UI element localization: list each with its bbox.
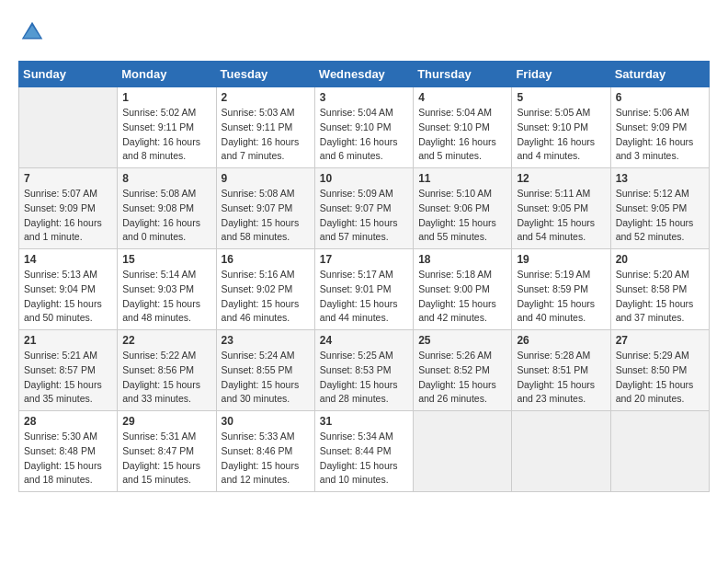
calendar-cell (512, 411, 610, 492)
day-number: 25 (418, 334, 506, 347)
day-number: 19 (517, 253, 605, 266)
calendar-cell: 25Sunrise: 5:26 AM Sunset: 8:52 PM Dayli… (414, 330, 512, 411)
day-number: 11 (418, 172, 506, 185)
calendar-cell: 15Sunrise: 5:14 AM Sunset: 9:03 PM Dayli… (118, 249, 216, 330)
calendar-cell: 28Sunrise: 5:30 AM Sunset: 8:48 PM Dayli… (19, 411, 118, 492)
calendar-cell: 20Sunrise: 5:20 AM Sunset: 8:58 PM Dayli… (610, 249, 709, 330)
calendar-cell: 10Sunrise: 5:09 AM Sunset: 9:07 PM Dayli… (314, 168, 413, 249)
day-info: Sunrise: 5:26 AM Sunset: 8:52 PM Dayligh… (418, 349, 506, 407)
calendar-cell: 22Sunrise: 5:22 AM Sunset: 8:56 PM Dayli… (118, 330, 216, 411)
page-header (18, 18, 710, 46)
day-number: 16 (222, 253, 310, 266)
day-number: 22 (122, 334, 210, 347)
day-number: 5 (517, 91, 605, 104)
weekday-header: Monday (118, 62, 216, 87)
weekday-header: Tuesday (216, 62, 314, 87)
calendar-cell: 7Sunrise: 5:07 AM Sunset: 9:09 PM Daylig… (19, 168, 118, 249)
calendar-cell: 4Sunrise: 5:04 AM Sunset: 9:10 PM Daylig… (414, 87, 512, 168)
calendar-body: 1Sunrise: 5:02 AM Sunset: 9:11 PM Daylig… (19, 87, 710, 492)
logo (18, 18, 50, 46)
weekday-header: Wednesday (314, 62, 413, 87)
day-number: 15 (122, 253, 210, 266)
day-info: Sunrise: 5:18 AM Sunset: 9:00 PM Dayligh… (418, 268, 506, 326)
day-info: Sunrise: 5:20 AM Sunset: 8:58 PM Dayligh… (616, 268, 704, 326)
weekday-header: Friday (512, 62, 610, 87)
day-number: 31 (320, 415, 408, 428)
calendar-cell (610, 411, 709, 492)
calendar-cell: 19Sunrise: 5:19 AM Sunset: 8:59 PM Dayli… (512, 249, 610, 330)
day-info: Sunrise: 5:25 AM Sunset: 8:53 PM Dayligh… (320, 349, 408, 407)
day-number: 4 (418, 91, 506, 104)
day-info: Sunrise: 5:03 AM Sunset: 9:11 PM Dayligh… (222, 106, 310, 164)
calendar-cell: 11Sunrise: 5:10 AM Sunset: 9:06 PM Dayli… (414, 168, 512, 249)
day-info: Sunrise: 5:29 AM Sunset: 8:50 PM Dayligh… (616, 349, 704, 407)
weekday-header: Sunday (19, 62, 118, 87)
day-info: Sunrise: 5:33 AM Sunset: 8:46 PM Dayligh… (222, 430, 310, 488)
calendar-cell: 14Sunrise: 5:13 AM Sunset: 9:04 PM Dayli… (19, 249, 118, 330)
day-info: Sunrise: 5:06 AM Sunset: 9:09 PM Dayligh… (616, 106, 704, 164)
calendar-cell: 1Sunrise: 5:02 AM Sunset: 9:11 PM Daylig… (118, 87, 216, 168)
calendar-cell: 3Sunrise: 5:04 AM Sunset: 9:10 PM Daylig… (314, 87, 413, 168)
day-number: 27 (616, 334, 704, 347)
day-number: 20 (616, 253, 704, 266)
calendar-cell: 27Sunrise: 5:29 AM Sunset: 8:50 PM Dayli… (610, 330, 709, 411)
calendar-cell (19, 87, 118, 168)
day-number: 9 (222, 172, 310, 185)
day-info: Sunrise: 5:24 AM Sunset: 8:55 PM Dayligh… (222, 349, 310, 407)
day-number: 26 (517, 334, 605, 347)
calendar-cell: 6Sunrise: 5:06 AM Sunset: 9:09 PM Daylig… (610, 87, 709, 168)
calendar-cell: 21Sunrise: 5:21 AM Sunset: 8:57 PM Dayli… (19, 330, 118, 411)
day-number: 8 (122, 172, 210, 185)
weekday-header: Thursday (414, 62, 512, 87)
day-number: 14 (24, 253, 112, 266)
day-info: Sunrise: 5:21 AM Sunset: 8:57 PM Dayligh… (24, 349, 112, 407)
day-number: 18 (418, 253, 506, 266)
day-info: Sunrise: 5:04 AM Sunset: 9:10 PM Dayligh… (320, 106, 408, 164)
calendar-cell: 9Sunrise: 5:08 AM Sunset: 9:07 PM Daylig… (216, 168, 314, 249)
day-info: Sunrise: 5:08 AM Sunset: 9:07 PM Dayligh… (222, 187, 310, 245)
calendar-cell: 31Sunrise: 5:34 AM Sunset: 8:44 PM Dayli… (314, 411, 413, 492)
calendar-cell: 26Sunrise: 5:28 AM Sunset: 8:51 PM Dayli… (512, 330, 610, 411)
logo-icon (18, 18, 46, 46)
calendar-cell: 17Sunrise: 5:17 AM Sunset: 9:01 PM Dayli… (314, 249, 413, 330)
day-number: 29 (122, 415, 210, 428)
calendar-cell: 30Sunrise: 5:33 AM Sunset: 8:46 PM Dayli… (216, 411, 314, 492)
calendar-cell: 24Sunrise: 5:25 AM Sunset: 8:53 PM Dayli… (314, 330, 413, 411)
day-info: Sunrise: 5:11 AM Sunset: 9:05 PM Dayligh… (517, 187, 605, 245)
day-number: 28 (24, 415, 112, 428)
day-info: Sunrise: 5:05 AM Sunset: 9:10 PM Dayligh… (517, 106, 605, 164)
day-number: 13 (616, 172, 704, 185)
day-number: 3 (320, 91, 408, 104)
calendar-table: SundayMondayTuesdayWednesdayThursdayFrid… (18, 61, 710, 492)
day-number: 21 (24, 334, 112, 347)
day-number: 17 (320, 253, 408, 266)
day-number: 24 (320, 334, 408, 347)
day-info: Sunrise: 5:02 AM Sunset: 9:11 PM Dayligh… (122, 106, 210, 164)
calendar-cell: 29Sunrise: 5:31 AM Sunset: 8:47 PM Dayli… (118, 411, 216, 492)
day-info: Sunrise: 5:17 AM Sunset: 9:01 PM Dayligh… (320, 268, 408, 326)
calendar-cell: 18Sunrise: 5:18 AM Sunset: 9:00 PM Dayli… (414, 249, 512, 330)
day-info: Sunrise: 5:34 AM Sunset: 8:44 PM Dayligh… (320, 430, 408, 488)
day-info: Sunrise: 5:08 AM Sunset: 9:08 PM Dayligh… (122, 187, 210, 245)
day-number: 23 (222, 334, 310, 347)
day-number: 7 (24, 172, 112, 185)
calendar-cell: 12Sunrise: 5:11 AM Sunset: 9:05 PM Dayli… (512, 168, 610, 249)
day-number: 6 (616, 91, 704, 104)
calendar-header-row: SundayMondayTuesdayWednesdayThursdayFrid… (19, 62, 710, 87)
calendar-cell: 23Sunrise: 5:24 AM Sunset: 8:55 PM Dayli… (216, 330, 314, 411)
calendar-cell: 13Sunrise: 5:12 AM Sunset: 9:05 PM Dayli… (610, 168, 709, 249)
day-info: Sunrise: 5:13 AM Sunset: 9:04 PM Dayligh… (24, 268, 112, 326)
day-info: Sunrise: 5:22 AM Sunset: 8:56 PM Dayligh… (122, 349, 210, 407)
calendar-cell (414, 411, 512, 492)
day-info: Sunrise: 5:30 AM Sunset: 8:48 PM Dayligh… (24, 430, 112, 488)
calendar-week-row: 7Sunrise: 5:07 AM Sunset: 9:09 PM Daylig… (19, 168, 710, 249)
calendar-cell: 8Sunrise: 5:08 AM Sunset: 9:08 PM Daylig… (118, 168, 216, 249)
day-number: 2 (222, 91, 310, 104)
calendar-week-row: 1Sunrise: 5:02 AM Sunset: 9:11 PM Daylig… (19, 87, 710, 168)
day-info: Sunrise: 5:19 AM Sunset: 8:59 PM Dayligh… (517, 268, 605, 326)
day-info: Sunrise: 5:04 AM Sunset: 9:10 PM Dayligh… (418, 106, 506, 164)
day-info: Sunrise: 5:07 AM Sunset: 9:09 PM Dayligh… (24, 187, 112, 245)
day-number: 12 (517, 172, 605, 185)
calendar-cell: 2Sunrise: 5:03 AM Sunset: 9:11 PM Daylig… (216, 87, 314, 168)
day-info: Sunrise: 5:31 AM Sunset: 8:47 PM Dayligh… (122, 430, 210, 488)
